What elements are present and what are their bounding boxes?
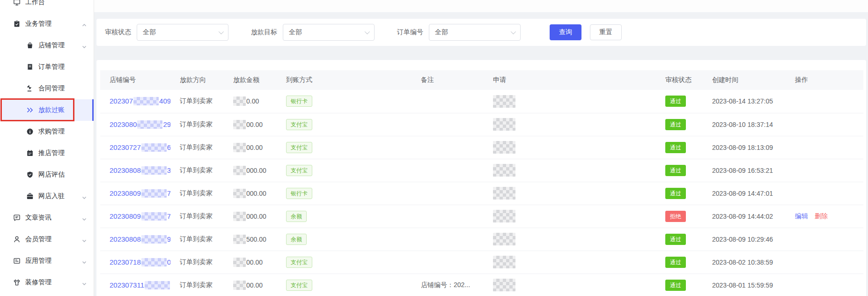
sidebar-item-decoration-management[interactable]: 装修管理 (0, 272, 94, 293)
sidebar-item-app-management[interactable]: 应用管理 (0, 250, 94, 272)
sidebar: 工作台 业务管理 店铺管理 订单管理 合同管理 (0, 0, 94, 296)
sidebar-item-purchase-management[interactable]: 求购管理 (0, 121, 94, 142)
status-badge: 通过 (665, 142, 686, 153)
blurred-shop-digits (141, 258, 167, 266)
chevron-down-icon (511, 29, 516, 34)
loan-direction-cell: 订单到卖家 (170, 205, 224, 228)
blurred-applicant (493, 141, 515, 154)
amount-visible: 00.00 (246, 121, 263, 128)
sidebar-item-label: 求购管理 (38, 127, 65, 136)
chevron-down-icon (219, 29, 224, 34)
created-time-cell: 2023-08-09 16:53:21 (703, 159, 786, 182)
shop-number-link[interactable]: 202308083498 (110, 166, 170, 174)
shop-number-link[interactable]: 202307311853 (110, 281, 170, 289)
blurred-applicant (493, 187, 515, 200)
sidebar-menu: 工作台 业务管理 店铺管理 订单管理 合同管理 (0, 0, 94, 293)
loan-direction-cell: 订单到卖家 (170, 251, 224, 274)
sidebar-item-promote-management[interactable]: 推店管理 (0, 142, 94, 164)
chevron-down-icon (82, 194, 87, 199)
shop-number-link[interactable]: 202308029432 (110, 120, 170, 128)
blurred-amount (233, 143, 246, 152)
arrival-method-tag: 支付宝 (286, 165, 312, 176)
table-row: 202308083498 订单到卖家 000.00 支付宝 通过 2023-08… (100, 159, 863, 182)
sidebar-item-business[interactable]: 业务管理 (0, 13, 94, 35)
col-created-time: 创建时间 (703, 70, 786, 90)
remark-cell (412, 182, 484, 205)
shop-number-link[interactable]: 20230809735 (110, 189, 170, 197)
created-time-cell: 2023-08-10 18:37:14 (703, 113, 786, 136)
sidebar-item-shop-entry[interactable]: 网店入驻 (0, 185, 94, 207)
sidebar-item-shop-evaluation[interactable]: 网店评估 (0, 164, 94, 185)
shop-number-link[interactable]: 202307409759 (110, 97, 170, 105)
amount-visible: 000.00 (246, 213, 266, 220)
sidebar-item-label: 网店入驻 (38, 192, 65, 200)
sidebar-item-article-news[interactable]: 文章资讯 (0, 207, 94, 229)
amount-visible: 00.00 (246, 259, 263, 266)
shop-number-prefix: 20230809 (110, 189, 141, 197)
audit-status-select[interactable]: 全部 (137, 24, 228, 41)
sidebar-item-order-management[interactable]: 订单管理 (0, 56, 94, 78)
sidebar-item-label: 店铺管理 (38, 41, 65, 50)
chevron-up-icon (82, 22, 87, 26)
amount-visible: 00.00 (246, 144, 263, 151)
created-time-cell: 2023-08-09 10:29:46 (703, 228, 786, 251)
blurred-amount (233, 189, 246, 198)
table-row: 202307311853 订单到卖家 00.00 支付宝 店铺编号：202...… (100, 274, 863, 296)
order-number-value: 全部 (435, 28, 448, 37)
blurred-amount (233, 120, 246, 129)
shop-number-suffix: 3498 (167, 166, 170, 174)
remark-cell (412, 228, 484, 251)
amount-visible: 00.00 (246, 281, 263, 289)
shop-number-link[interactable]: 20230808966 (110, 235, 170, 243)
remark-cell (412, 251, 484, 274)
status-badge: 通过 (665, 257, 686, 268)
shop-number-suffix: 735 (167, 189, 170, 197)
contract-icon (26, 85, 34, 92)
col-audit-status: 审核状态 (656, 70, 703, 90)
status-badge: 通过 (665, 165, 686, 176)
sidebar-item-shop-management[interactable]: 店铺管理 (0, 35, 94, 56)
loan-target-select[interactable]: 全部 (283, 24, 375, 41)
table-row: 202307409759 订单到卖家 0.00 银行卡 通过 2023-08-1… (100, 90, 863, 113)
shop-number-link[interactable]: 20230718027 (110, 258, 170, 266)
remark-cell (412, 90, 484, 113)
shop-number-link[interactable]: 202307276018 (110, 143, 170, 151)
loan-table: 店铺编号 放款方向 放款金额 到账方式 备注 申请 审核状态 创建时间 操作 2… (100, 70, 863, 296)
workbench-icon (13, 0, 21, 6)
reset-button[interactable]: 重置 (590, 24, 622, 40)
app-icon (13, 257, 21, 265)
loan-table-card: 店铺编号 放款方向 放款金额 到账方式 备注 申请 审核状态 创建时间 操作 2… (96, 60, 866, 296)
sidebar-item-workbench[interactable]: 工作台 (0, 0, 94, 13)
chevron-down-icon (82, 237, 87, 242)
search-button[interactable]: 查询 (550, 24, 581, 40)
sidebar-item-contract-management[interactable]: 合同管理 (0, 78, 94, 99)
filter-order-number: 订单编号 全部 (397, 24, 521, 41)
blurred-applicant (493, 210, 515, 222)
promote-icon (26, 149, 34, 157)
col-loan-direction: 放款方向 (170, 70, 224, 90)
shop-number-prefix: 202307311 (110, 281, 144, 289)
shop-icon (26, 42, 34, 49)
sidebar-item-member-management[interactable]: 会员管理 (0, 229, 94, 250)
blurred-amount (233, 212, 246, 221)
chevron-down-icon (365, 29, 370, 34)
blurred-amount (233, 235, 246, 244)
created-time-cell: 2023-08-09 14:47:01 (703, 182, 786, 205)
table-header-row: 店铺编号 放款方向 放款金额 到账方式 备注 申请 审核状态 创建时间 操作 (100, 70, 863, 90)
order-number-select[interactable]: 全部 (429, 24, 521, 41)
sidebar-item-label: 合同管理 (38, 84, 65, 93)
audit-status-value: 全部 (143, 28, 156, 37)
shop-number-prefix: 20230808 (110, 235, 141, 243)
shop-number-link[interactable]: 20230809735 (110, 212, 170, 220)
sidebar-item-loan-posting[interactable]: 放款过账 (0, 99, 94, 121)
sidebar-item-label: 会员管理 (25, 235, 51, 244)
shop-number-suffix: 027 (167, 258, 170, 266)
arrival-method-tag: 支付宝 (286, 257, 312, 268)
status-badge: 通过 (665, 234, 686, 245)
loan-direction-cell: 订单到卖家 (170, 113, 224, 136)
delete-link[interactable]: 删除 (815, 212, 828, 220)
loan-direction-cell: 订单到卖家 (170, 274, 224, 296)
created-time-cell: 2023-08-14 13:27:05 (703, 90, 786, 113)
loan-direction-cell: 订单到卖家 (170, 228, 224, 251)
edit-link[interactable]: 编辑 (795, 212, 808, 220)
